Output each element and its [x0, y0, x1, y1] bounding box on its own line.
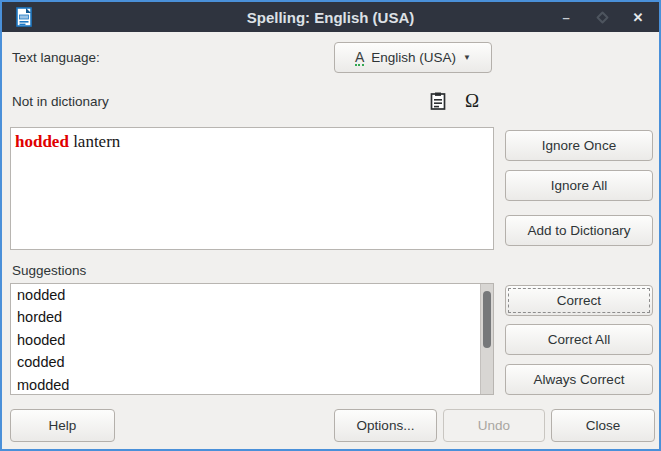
scrollbar-thumb[interactable] — [483, 291, 491, 348]
not-in-dictionary-label: Not in dictionary — [12, 94, 109, 109]
sentence-rest: lantern — [69, 132, 120, 151]
correct-all-button[interactable]: Correct All — [505, 324, 653, 355]
writer-document-icon — [14, 7, 34, 27]
not-in-dictionary-textbox[interactable]: hodded lantern — [10, 127, 494, 250]
restore-icon — [596, 11, 609, 24]
help-button[interactable]: Help — [10, 409, 115, 442]
close-button[interactable]: Close — [551, 409, 655, 442]
text-language-label: Text language: — [12, 50, 100, 65]
suggestion-item[interactable]: horded — [11, 306, 493, 328]
suggestion-item[interactable]: modded — [11, 374, 493, 395]
ignore-all-button[interactable]: Ignore All — [505, 170, 653, 201]
paste-button[interactable] — [426, 89, 450, 113]
ignore-once-button[interactable]: Ignore Once — [505, 130, 653, 161]
titlebar: Spelling: English (USA) – ✕ — [2, 2, 659, 32]
minimize-button[interactable]: – — [553, 4, 579, 30]
window-controls: – ✕ — [553, 2, 651, 32]
always-correct-button[interactable]: Always Correct — [505, 364, 653, 395]
options-button[interactable]: Options... — [334, 409, 437, 442]
suggestions-scrollbar[interactable] — [480, 284, 493, 394]
suggestions-list: nodded horded hooded codded modded — [10, 283, 494, 395]
add-to-dictionary-button[interactable]: Add to Dictionary — [505, 215, 653, 246]
spelling-dialog: Spelling: English (USA) – ✕ Text languag… — [0, 0, 661, 451]
suggestions-label: Suggestions — [12, 263, 86, 278]
language-a-icon: A — [355, 50, 364, 66]
language-dropdown-value: English (USA) — [371, 50, 456, 65]
language-dropdown[interactable]: A English (USA) ▼ — [334, 42, 492, 73]
suggestion-item[interactable]: codded — [11, 351, 493, 373]
restore-button[interactable] — [589, 4, 615, 30]
correct-button[interactable]: Correct — [505, 285, 653, 316]
suggestion-item[interactable]: hooded — [11, 329, 493, 351]
misspelled-word: hodded — [15, 132, 69, 151]
paste-icon — [430, 92, 446, 110]
undo-button[interactable]: Undo — [443, 409, 545, 442]
suggestion-item[interactable]: nodded — [11, 284, 493, 306]
omega-icon: Ω — [465, 90, 479, 112]
chevron-down-icon: ▼ — [463, 53, 471, 62]
close-window-button[interactable]: ✕ — [625, 4, 651, 30]
special-character-button[interactable]: Ω — [460, 89, 484, 113]
